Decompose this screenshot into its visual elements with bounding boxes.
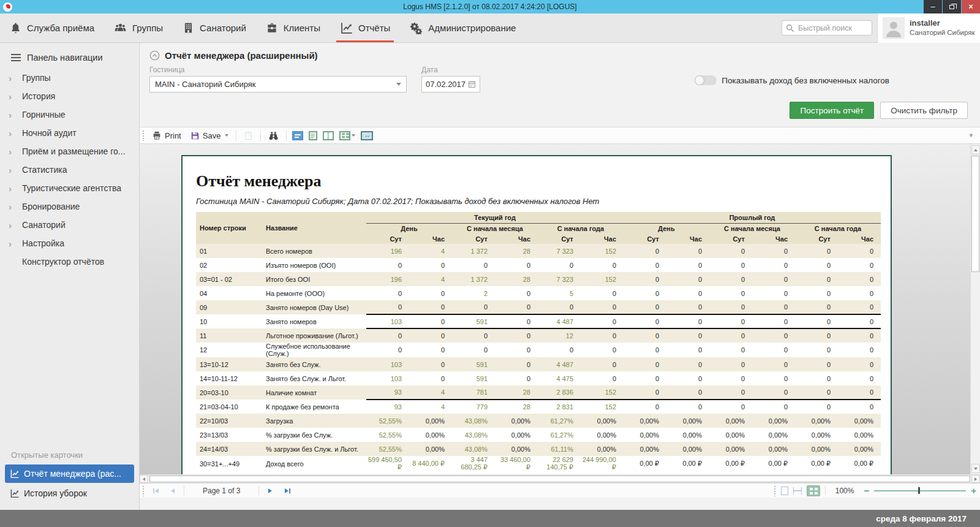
value-cell: 0 — [581, 300, 624, 314]
sidebar-item-5[interactable]: ›Статистика — [0, 161, 139, 179]
zoom-slider-handle[interactable] — [918, 487, 920, 494]
build-report-button[interactable]: Построить отчёт — [790, 102, 874, 119]
col-unit-header: Сут — [538, 233, 581, 244]
zoom-in-button[interactable]: + — [971, 486, 976, 495]
sidebar-item-7[interactable]: ›Бронирование — [0, 197, 139, 216]
vertical-scrollbar[interactable] — [970, 144, 980, 474]
value-cell: 43,08% — [452, 428, 495, 442]
sidebar-item-1[interactable]: ›История — [0, 87, 139, 105]
sidebar-item-3[interactable]: ›Ночной аудит — [0, 124, 139, 142]
value-cell: 52,55% — [366, 414, 409, 428]
view-multi-page-caret[interactable] — [352, 134, 355, 137]
zoom-grip[interactable] — [774, 485, 776, 496]
clear-filter-button[interactable]: Очистить фильтр — [880, 102, 968, 119]
row-name-cell: Занято без Служ. — [263, 357, 366, 371]
zoom-slider[interactable] — [874, 487, 966, 494]
open-card-0[interactable]: Отчёт менеджера (рас... — [5, 464, 134, 483]
nav-item-3[interactable]: Клиенты — [256, 13, 330, 42]
value-cell: 0 — [624, 343, 666, 357]
clipboard-button[interactable]: ? — [242, 130, 255, 142]
sidebar-item-8[interactable]: ›Санаторий — [0, 216, 139, 234]
nav-item-0[interactable]: Служба приёма — [0, 13, 104, 42]
date-input[interactable]: 07.02.2017 — [421, 76, 480, 93]
navigation-panel-header[interactable]: Панель навигации — [0, 43, 139, 69]
nav-item-4[interactable]: Отчёты — [330, 13, 400, 42]
sidebar-item-4[interactable]: ›Приём и размещение го... — [0, 142, 139, 161]
find-button[interactable] — [266, 130, 281, 142]
open-cards-section: Открытые карточки Отчёт менеджера (рас..… — [0, 447, 139, 510]
open-card-1[interactable]: История уборок — [5, 484, 134, 502]
value-cell: 0 — [752, 328, 795, 343]
zoom-multi-page-icon[interactable] — [807, 485, 820, 496]
nav-item-2[interactable]: Санаторий — [173, 13, 256, 42]
save-button[interactable]: Save — [189, 130, 231, 142]
bottom-spacer — [140, 498, 980, 510]
value-cell: 0 — [581, 343, 624, 357]
value-cell: 0 — [709, 314, 752, 328]
value-cell: 0,00% — [709, 428, 752, 442]
nav-item-1[interactable]: Группы — [104, 13, 173, 42]
col-subgroup-header: День — [624, 223, 709, 233]
zoom-fit-width-icon[interactable] — [793, 487, 802, 495]
row-number-cell: 23=13/03 — [196, 428, 263, 442]
value-cell: 28 — [495, 244, 538, 258]
fit-width-icon[interactable]: ↔ — [361, 131, 373, 140]
pager-grip[interactable] — [142, 485, 145, 496]
sidebar-item-9[interactable]: ›Настройка — [0, 234, 139, 252]
user-panel[interactable]: installer Санаторий Сибиряк — [877, 13, 980, 43]
toolbar-grip[interactable] — [142, 130, 145, 141]
row-number-cell: 24=14/03 — [196, 442, 263, 456]
scroll-down-button[interactable] — [971, 464, 980, 473]
sidebar-item-report-builder[interactable]: Конструктор отчётов — [0, 252, 139, 271]
clipboard-icon: ? — [244, 131, 253, 140]
scroll-right-button[interactable] — [971, 475, 980, 483]
view-two-pages-icon[interactable] — [323, 131, 334, 140]
next-page-button[interactable] — [264, 485, 276, 496]
print-button[interactable]: Print — [150, 129, 183, 142]
sidebar-item-0[interactable]: ›Группы — [0, 69, 139, 87]
view-single-page-icon[interactable] — [292, 131, 303, 140]
value-cell: 0,00% — [581, 414, 624, 428]
chevron-right-icon: › — [9, 110, 22, 120]
restore-button[interactable] — [943, 0, 961, 13]
sidebar-item-6[interactable]: ›Туристические агентства — [0, 179, 139, 197]
hotel-select[interactable]: MAIN - Санаторий Сибиряк — [149, 76, 407, 93]
value-cell: 0 — [581, 314, 624, 328]
first-page-button[interactable] — [149, 485, 162, 496]
row-number-cell: 04 — [196, 286, 263, 300]
sidebar-item-2[interactable]: ›Горничные — [0, 105, 139, 124]
vertical-scroll-thumb[interactable] — [971, 156, 979, 272]
close-button[interactable]: × — [962, 0, 980, 13]
previous-page-button[interactable] — [167, 485, 179, 496]
hotel-field: Гостиница MAIN - Санаторий Сибиряк — [149, 66, 407, 93]
view-multi-page-icon[interactable] — [339, 131, 350, 140]
col-subgroup-header: С начала года — [538, 223, 624, 233]
value-cell: 0 — [624, 272, 666, 286]
search-input[interactable] — [782, 20, 872, 36]
horizontal-scroll-thumb[interactable] — [149, 476, 970, 482]
nav-item-5[interactable]: Администрирование — [400, 13, 526, 42]
value-cell: 0,00 ₽ — [752, 456, 795, 471]
row-number-cell: 14=10-11-12 — [196, 371, 263, 385]
zoom-out-button[interactable]: − — [864, 486, 869, 495]
row-number-cell: 01 — [196, 244, 263, 258]
view-continuous-icon[interactable] — [309, 131, 317, 140]
collapse-icon[interactable] — [149, 50, 160, 61]
value-cell: 599 450,50 ₽ — [366, 456, 409, 471]
tax-toggle[interactable] — [695, 75, 717, 85]
row-name-cell: К продаже без ремонта — [263, 400, 366, 414]
minimize-button[interactable]: – — [924, 0, 942, 13]
value-cell: 0 — [709, 328, 752, 343]
last-page-button[interactable] — [281, 485, 293, 496]
toolbar-overflow-icon[interactable]: ▼ — [968, 132, 975, 138]
value-cell: 0 — [366, 258, 409, 272]
value-cell: 0 — [409, 328, 452, 343]
scroll-left-button[interactable] — [140, 475, 148, 483]
value-cell: 0 — [581, 286, 624, 300]
zoom-single-page-icon[interactable] — [781, 487, 788, 495]
scroll-up-button[interactable] — [971, 145, 980, 154]
horizontal-scrollbar[interactable] — [140, 474, 980, 483]
value-cell: 0 — [752, 314, 795, 328]
value-cell: 0 — [795, 258, 838, 272]
value-cell: 28 — [495, 400, 538, 414]
